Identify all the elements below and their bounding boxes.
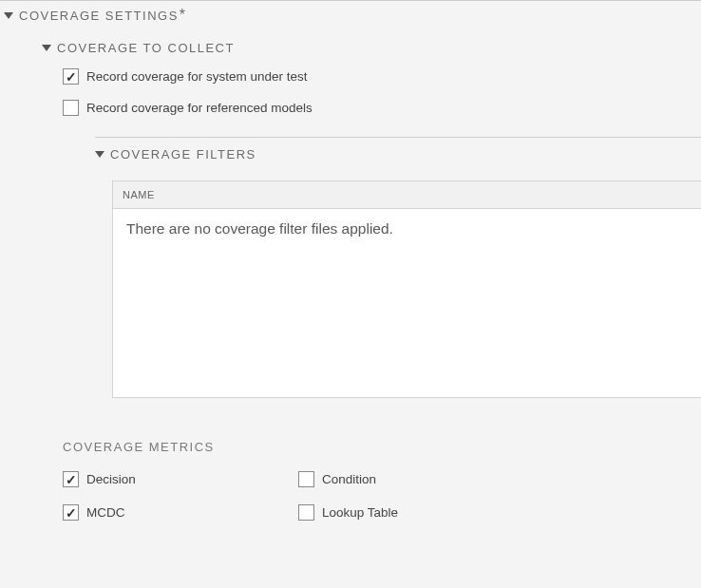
- metric-mcdc-row: MCDC: [63, 504, 298, 521]
- coverage-to-collect-header[interactable]: COVERAGE TO COLLECT: [42, 41, 701, 68]
- record-referenced-models-label: Record coverage for referenced models: [86, 101, 313, 115]
- record-referenced-models-checkbox[interactable]: [63, 100, 79, 116]
- coverage-metrics-title: COVERAGE METRICS: [63, 440, 701, 471]
- filters-table-body: There are no coverage filter files appli…: [113, 209, 701, 397]
- filters-column-header-name: NAME: [113, 181, 701, 209]
- record-system-under-test-checkbox[interactable]: [63, 68, 79, 85]
- metric-mcdc-checkbox[interactable]: [63, 504, 79, 521]
- metric-lookup-label: Lookup Table: [322, 505, 398, 520]
- metric-decision-row: Decision: [63, 471, 298, 487]
- caret-down-icon: [42, 45, 51, 51]
- record-system-under-test-label: Record coverage for system under test: [86, 69, 308, 84]
- coverage-settings-title: COVERAGE SETTINGS: [19, 9, 179, 23]
- metric-condition-label: Condition: [322, 472, 376, 486]
- record-referenced-models-row: Record coverage for referenced models: [42, 100, 701, 131]
- filters-empty-message: There are no coverage filter files appli…: [126, 220, 688, 237]
- coverage-settings-header[interactable]: COVERAGE SETTINGS *: [0, 0, 701, 28]
- metric-decision-checkbox[interactable]: [63, 471, 79, 487]
- metric-mcdc-label: MCDC: [86, 505, 125, 520]
- coverage-to-collect-title: COVERAGE TO COLLECT: [57, 41, 235, 55]
- metric-lookup-checkbox[interactable]: [298, 504, 314, 521]
- modified-indicator: *: [180, 7, 185, 24]
- metric-decision-label: Decision: [86, 472, 136, 486]
- coverage-metrics-grid: Decision Condition MCDC Lookup Table: [63, 471, 701, 521]
- metric-lookup-row: Lookup Table: [298, 504, 701, 521]
- caret-down-icon: [95, 151, 104, 158]
- caret-down-icon: [4, 12, 13, 19]
- record-system-under-test-row: Record coverage for system under test: [42, 68, 701, 100]
- coverage-filters-header[interactable]: COVERAGE FILTERS: [95, 137, 701, 169]
- metric-condition-checkbox[interactable]: [298, 471, 314, 487]
- coverage-filters-table: NAME There are no coverage filter files …: [112, 180, 701, 398]
- metric-condition-row: Condition: [298, 471, 701, 487]
- coverage-filters-title: COVERAGE FILTERS: [110, 147, 256, 161]
